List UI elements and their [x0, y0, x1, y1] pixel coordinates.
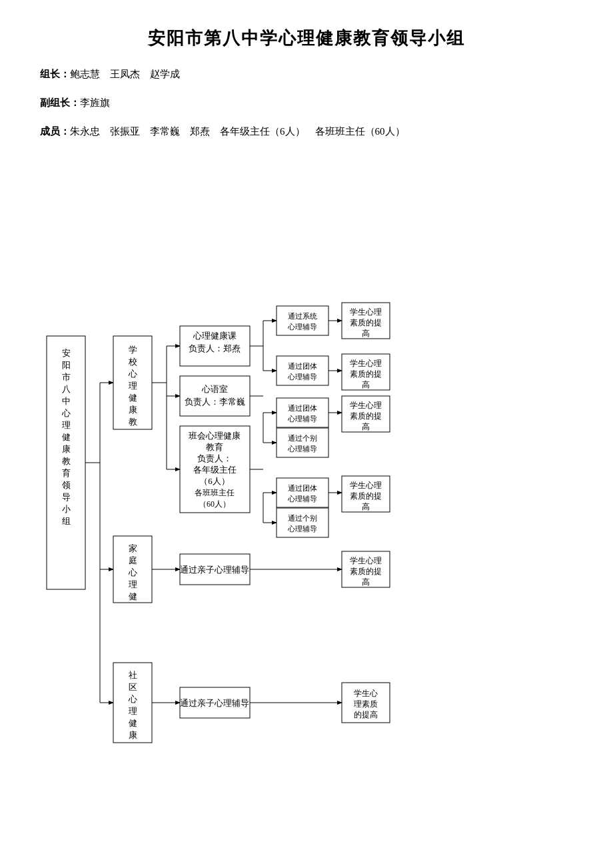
svg-text:负责人：李常巍: 负责人：李常巍	[185, 397, 245, 407]
svg-text:心语室: 心语室	[201, 384, 228, 394]
svg-text:高: 高	[362, 422, 370, 431]
svg-text:健: 健	[62, 432, 71, 442]
svg-text:通过亲子心理辅导: 通过亲子心理辅导	[180, 698, 249, 708]
svg-text:学生心理: 学生心理	[350, 359, 382, 368]
svg-text:理: 理	[129, 706, 137, 716]
svg-text:（6人）: （6人）	[199, 476, 230, 486]
svg-text:健: 健	[129, 393, 137, 403]
svg-text:心理辅导: 心理辅导	[287, 415, 317, 423]
svg-text:阳: 阳	[62, 360, 71, 370]
svg-text:心: 心	[128, 694, 137, 704]
svg-text:素质的提: 素质的提	[350, 369, 382, 379]
vice-leader-info: 副组长：李旌旗	[40, 92, 573, 114]
svg-text:高: 高	[362, 502, 370, 511]
svg-text:健: 健	[129, 718, 137, 728]
svg-text:班会心理健康: 班会心理健康	[189, 431, 241, 441]
svg-text:育: 育	[62, 468, 71, 478]
vice-leader-value: 李旌旗	[80, 97, 110, 108]
svg-rect-34	[180, 376, 250, 416]
svg-text:理: 理	[129, 381, 137, 391]
leader-info: 组长：鲍志慧 王凤杰 赵学成	[40, 63, 573, 85]
org-diagram: 安 阳 市 八 中 心 理 健 康 教 育 领 导 小 组 学 校 心 理 健 …	[40, 156, 573, 756]
svg-rect-73	[277, 428, 328, 457]
svg-text:心理辅导: 心理辅导	[287, 373, 317, 381]
svg-text:素质的提: 素质的提	[350, 491, 382, 501]
svg-text:心理健康课: 心理健康课	[193, 331, 237, 341]
svg-text:学生心: 学生心	[354, 689, 378, 698]
svg-text:康: 康	[62, 444, 71, 454]
leader-label: 组长：	[40, 69, 70, 79]
svg-text:理素质: 理素质	[354, 699, 378, 709]
svg-text:市: 市	[62, 372, 71, 382]
svg-text:通过团体: 通过团体	[288, 484, 317, 492]
svg-text:各年级主任: 各年级主任	[193, 465, 237, 475]
svg-text:导: 导	[62, 492, 71, 502]
svg-text:学生心理: 学生心理	[350, 556, 382, 565]
diagram-svg: 安 阳 市 八 中 心 理 健 康 教 育 领 导 小 组 学 校 心 理 健 …	[40, 156, 573, 756]
svg-text:心理辅导: 心理辅导	[287, 323, 317, 331]
svg-text:康: 康	[129, 730, 137, 740]
svg-text:心: 心	[128, 567, 137, 577]
page-title: 安阳市第八中学心理健康教育领导小组	[40, 27, 573, 50]
svg-text:通过个别: 通过个别	[288, 514, 317, 522]
svg-text:家: 家	[129, 543, 137, 553]
svg-text:各班班主任: 各班班主任	[195, 488, 235, 497]
svg-text:心理辅导: 心理辅导	[287, 445, 317, 453]
svg-text:区: 区	[129, 682, 137, 692]
svg-rect-84	[277, 478, 328, 507]
svg-text:学生心理: 学生心理	[350, 401, 382, 410]
leader-value: 鲍志慧 王凤杰 赵学成	[70, 69, 180, 79]
svg-text:通过个别: 通过个别	[288, 434, 317, 442]
svg-text:理: 理	[62, 420, 71, 430]
svg-text:组: 组	[62, 516, 71, 526]
svg-text:康: 康	[129, 405, 137, 415]
svg-text:高: 高	[362, 329, 370, 338]
svg-text:教育: 教育	[206, 442, 223, 452]
svg-text:庭: 庭	[129, 555, 137, 565]
svg-text:心理辅导: 心理辅导	[287, 495, 317, 503]
svg-text:负责人：郑焘: 负责人：郑焘	[189, 343, 241, 353]
svg-text:理: 理	[129, 579, 137, 589]
svg-text:通过亲子心理辅导: 通过亲子心理辅导	[180, 565, 249, 575]
svg-text:通过系统: 通过系统	[288, 312, 317, 320]
members-info: 成员：朱永忠 张振亚 李常巍 郑焘 各年级主任（6人） 各班班主任（60人）	[40, 121, 573, 143]
svg-text:领: 领	[62, 480, 71, 490]
svg-text:心: 心	[128, 369, 137, 379]
svg-text:的提高: 的提高	[354, 710, 378, 719]
svg-rect-69	[277, 398, 328, 427]
svg-text:学生心理: 学生心理	[350, 481, 382, 490]
svg-text:素质的提: 素质的提	[350, 318, 382, 327]
svg-text:心: 心	[61, 408, 71, 418]
svg-text:负责人：: 负责人：	[197, 453, 232, 463]
vice-leader-label: 副组长：	[40, 97, 80, 108]
svg-text:高: 高	[362, 577, 370, 587]
svg-rect-53	[277, 356, 328, 385]
members-label: 成员：	[40, 126, 70, 137]
root-label: 安	[62, 348, 71, 358]
svg-text:心理辅导: 心理辅导	[287, 525, 317, 533]
svg-text:八: 八	[62, 384, 71, 394]
svg-text:高: 高	[362, 380, 370, 389]
svg-text:教: 教	[62, 456, 71, 466]
svg-text:通过团体: 通过团体	[288, 404, 317, 412]
svg-text:教: 教	[129, 417, 137, 427]
svg-text:（60人）: （60人）	[199, 499, 231, 509]
svg-text:通过团体: 通过团体	[288, 362, 317, 370]
svg-text:中: 中	[62, 396, 71, 406]
svg-rect-49	[277, 306, 328, 335]
svg-text:社: 社	[129, 670, 137, 680]
svg-text:素质的提: 素质的提	[350, 411, 382, 421]
svg-text:小: 小	[62, 504, 71, 514]
svg-text:素质的提: 素质的提	[350, 567, 382, 576]
svg-text:健: 健	[129, 591, 137, 601]
svg-rect-88	[277, 508, 328, 537]
svg-text:校: 校	[128, 357, 137, 367]
svg-text:学: 学	[129, 345, 137, 355]
members-value: 朱永忠 张振亚 李常巍 郑焘 各年级主任（6人） 各班班主任（60人）	[70, 126, 405, 137]
svg-text:学生心理: 学生心理	[350, 307, 382, 317]
